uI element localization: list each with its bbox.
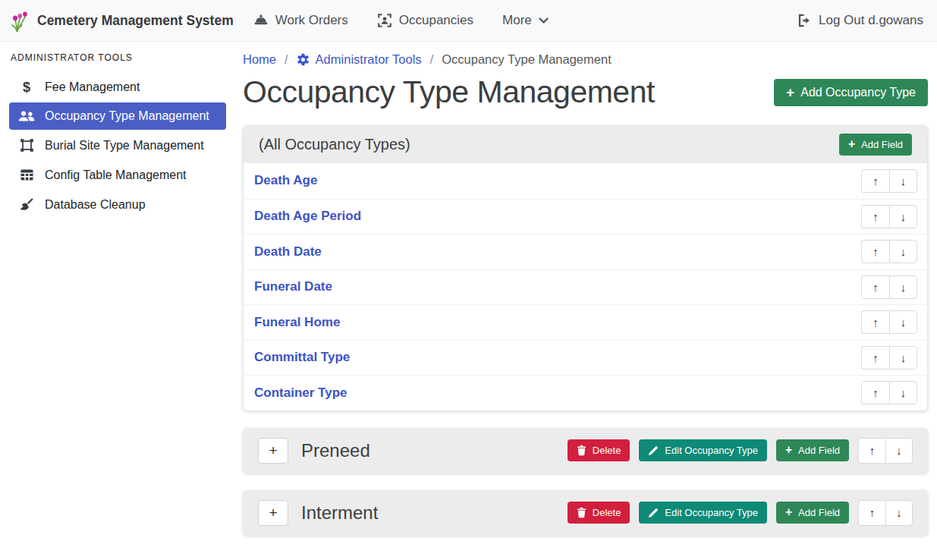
page-title: Occupancy Type Management: [243, 74, 774, 110]
add-field-button[interactable]: + Add Field: [776, 439, 849, 461]
all-occupancy-types-panel: (All Occupancy Types) + Add Field Death …: [243, 125, 928, 411]
move-down-button[interactable]: ↓: [885, 500, 913, 526]
tulip-logo-icon: [9, 8, 30, 33]
edit-occupancy-type-label: Edit Occupancy Type: [665, 445, 758, 456]
add-field-button[interactable]: + Add Field: [776, 502, 849, 524]
logout-label: Log Out d.gowans: [819, 13, 923, 28]
reorder-button-group: ↑ ↓: [861, 275, 917, 299]
move-up-button[interactable]: ↑: [861, 240, 889, 263]
expand-section-button[interactable]: +: [258, 500, 288, 526]
delete-button[interactable]: Delete: [568, 439, 630, 461]
move-up-button[interactable]: ↑: [861, 205, 889, 228]
expand-section-button[interactable]: +: [258, 438, 288, 464]
field-row: Death Age Period ↑ ↓: [244, 199, 927, 234]
move-down-button[interactable]: ↓: [889, 240, 917, 263]
arrow-down-icon: ↓: [901, 386, 907, 399]
arrow-up-icon: ↑: [873, 351, 879, 364]
gear-icon: [297, 53, 310, 66]
app-brand-link[interactable]: Cemetery Management System: [9, 8, 234, 33]
pencil-icon: [648, 445, 659, 456]
move-down-button[interactable]: ↓: [889, 275, 917, 299]
app-title: Cemetery Management System: [37, 13, 234, 29]
arrow-up-icon: ↑: [869, 506, 876, 519]
plus-icon: +: [848, 140, 855, 149]
edit-occupancy-type-button[interactable]: Edit Occupancy Type: [639, 502, 767, 524]
delete-button[interactable]: Delete: [568, 502, 630, 524]
move-down-button[interactable]: ↓: [885, 438, 913, 464]
occupancies-frame-person-icon: [377, 13, 392, 28]
sidebar-item-label: Config Table Management: [45, 168, 187, 182]
move-up-button[interactable]: ↑: [858, 438, 885, 464]
move-down-button[interactable]: ↓: [889, 205, 917, 228]
move-up-button[interactable]: ↑: [858, 500, 885, 526]
move-down-button[interactable]: ↓: [889, 346, 917, 370]
trash-icon: [577, 507, 586, 518]
field-link-death-age[interactable]: Death Age: [254, 173, 861, 188]
broom-icon: [18, 197, 35, 212]
reorder-button-group: ↑ ↓: [861, 381, 917, 404]
breadcrumb: Home / Administrator Tools / Occupancy T…: [243, 42, 928, 68]
move-up-button[interactable]: ↑: [861, 381, 889, 404]
primary-nav: Work Orders Occupancies More: [253, 13, 549, 28]
field-row: Funeral Date ↑ ↓: [244, 269, 927, 305]
all-occupancy-types-header: (All Occupancy Types) + Add Field: [244, 126, 927, 163]
breadcrumb-admin-tools-link[interactable]: Administrator Tools: [297, 52, 422, 67]
delete-label: Delete: [593, 507, 621, 518]
reorder-button-group: ↑ ↓: [858, 500, 913, 526]
sidebar-item-fee-management[interactable]: $ Fee Management: [9, 74, 226, 101]
field-link-death-date[interactable]: Death Date: [254, 244, 861, 260]
sidebar-item-occupancy-type-management[interactable]: Occupancy Type Management: [9, 102, 226, 130]
move-down-button[interactable]: ↓: [889, 310, 917, 334]
field-link-container-type[interactable]: Container Type: [254, 385, 861, 401]
nav-occupancies[interactable]: Occupancies: [377, 13, 473, 28]
sidebar-item-burial-site-type-management[interactable]: Burial Site Type Management: [9, 131, 226, 159]
edit-occupancy-type-button[interactable]: Edit Occupancy Type: [639, 439, 767, 461]
nav-more-label: More: [502, 13, 532, 28]
move-up-button[interactable]: ↑: [861, 310, 889, 334]
field-row: Funeral Home ↑ ↓: [244, 304, 927, 340]
field-row: Death Age ↑ ↓: [244, 163, 927, 199]
reorder-button-group: ↑ ↓: [861, 205, 917, 228]
breadcrumb-separator: /: [285, 52, 288, 67]
section-actions: Delete Edit Occupancy Type + Add Field ↑: [568, 438, 913, 464]
sidebar-item-database-cleanup[interactable]: Database Cleanup: [9, 190, 226, 219]
occupancy-type-section-preneed: + Preneed Delete: [243, 428, 928, 473]
logout-button[interactable]: Log Out d.gowans: [797, 13, 923, 28]
breadcrumb-separator: /: [430, 52, 434, 67]
add-field-label: Add Field: [861, 139, 903, 150]
add-occupancy-type-button[interactable]: + Add Occupancy Type: [774, 79, 928, 106]
plus-icon: +: [785, 508, 792, 517]
add-field-label: Add Field: [798, 445, 840, 456]
move-up-button[interactable]: ↑: [861, 346, 889, 370]
move-down-button[interactable]: ↓: [889, 169, 917, 193]
delete-label: Delete: [593, 445, 621, 456]
plus-icon: +: [269, 505, 277, 521]
field-link-funeral-home[interactable]: Funeral Home: [254, 315, 861, 330]
sidebar-item-label: Occupancy Type Management: [45, 109, 209, 123]
sidebar: ADMINISTRATOR TOOLS $ Fee Management Occ…: [0, 42, 235, 560]
reorder-button-group: ↑ ↓: [861, 310, 917, 334]
arrow-down-icon: ↓: [901, 175, 907, 187]
arrow-down-icon: ↓: [901, 210, 907, 223]
move-down-button[interactable]: ↓: [889, 381, 917, 404]
pencil-icon: [648, 508, 659, 518]
arrow-up-icon: ↑: [873, 210, 879, 223]
table-icon: [18, 168, 35, 182]
chevron-down-icon: [539, 17, 549, 24]
main-content: Home / Administrator Tools / Occupancy T…: [235, 42, 937, 560]
sidebar-item-config-table-management[interactable]: Config Table Management: [9, 161, 226, 189]
breadcrumb-home-link[interactable]: Home: [243, 52, 276, 67]
arrow-up-icon: ↑: [873, 245, 879, 258]
field-link-committal-type[interactable]: Committal Type: [254, 350, 861, 365]
nav-occupancies-label: Occupancies: [399, 13, 473, 28]
field-link-funeral-date[interactable]: Funeral Date: [254, 279, 861, 294]
move-up-button[interactable]: ↑: [861, 169, 889, 193]
reorder-button-group: ↑ ↓: [861, 346, 917, 370]
move-up-button[interactable]: ↑: [861, 275, 889, 299]
hard-hat-icon: [253, 13, 269, 28]
arrow-up-icon: ↑: [873, 281, 879, 294]
nav-work-orders[interactable]: Work Orders: [253, 13, 348, 28]
add-field-button[interactable]: + Add Field: [839, 134, 912, 156]
nav-more[interactable]: More: [502, 13, 549, 28]
field-link-death-age-period[interactable]: Death Age Period: [254, 209, 861, 224]
